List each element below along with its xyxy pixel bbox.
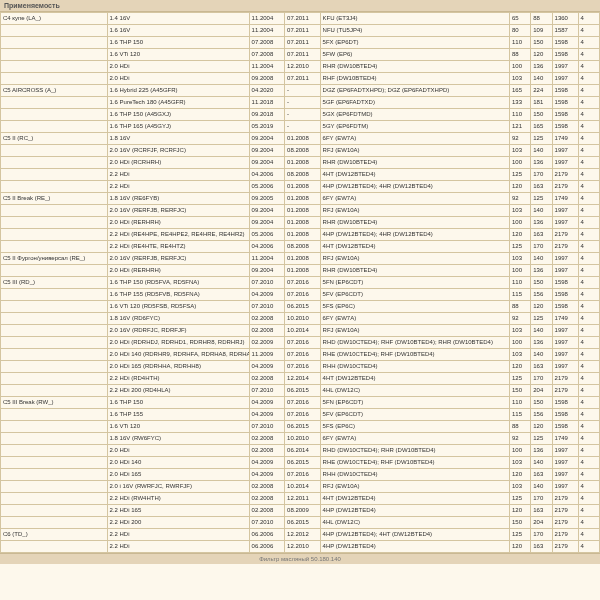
table-row[interactable]: 2.2 HDi (RW4HTH)02.200812.20114HT (DW12B… (1, 493, 600, 505)
table-row[interactable]: 1.6 THP 15007.200807.20115FX (EP6DT)1101… (1, 37, 600, 49)
table-row[interactable]: C5 II Break (RE_)1.8 16V (RE6FYB)09.2005… (1, 193, 600, 205)
cell-n1: 103 (509, 253, 530, 265)
cell-code: RHD (DW10CTED4); RHR (DW10BTED4) (320, 445, 509, 457)
table-row[interactable]: 2.0 HDi 14004.200906.2015RHE (DW10CTED4)… (1, 457, 600, 469)
cell-n1: 125 (509, 241, 530, 253)
table-row[interactable]: 2.2 HDi06.200612.20104HP (DW12BTED4)1201… (1, 541, 600, 553)
cell-n3: 1997 (552, 205, 578, 217)
table-row[interactable]: 2.0 HDi 140 (RDRHR9, RDRHFA, RDRHA8, RDR… (1, 349, 600, 361)
table-row[interactable]: 2.0 16V (RDRFJC, RDRFJF)02.200810.2014RF… (1, 325, 600, 337)
cell-date2: 07.2011 (285, 13, 321, 25)
cell-code: RHR (DW10BTED4) (320, 217, 509, 229)
cell-n3: 1598 (552, 85, 578, 97)
cell-n4: 4 (578, 481, 599, 493)
table-row[interactable]: 2.0 16V (RCRFJF, RCRFJC)09.200408.2008RF… (1, 145, 600, 157)
table-row[interactable]: C5 III (RD_)1.6 THP 150 (RD5FVA, RD5FNA)… (1, 277, 600, 289)
cell-n3: 1997 (552, 157, 578, 169)
table-row[interactable]: 1.8 16V (RW6FYC)02.200810.20106FY (EW7A)… (1, 433, 600, 445)
table-row[interactable]: 1.6 VTi 12007.201006.20155FS (EP6C)88120… (1, 421, 600, 433)
cell-engine: 2.0 HDi (107, 73, 249, 85)
table-row[interactable]: 2.0 HDi (RERHRH)09.200401.2008RHR (DW10B… (1, 265, 600, 277)
table-row[interactable]: 2.2 HDi 16502.200808.20094HP (DW12BTED4)… (1, 505, 600, 517)
table-row[interactable]: C5 II (RC_)1.8 16V09.200401.20086FY (EW7… (1, 133, 600, 145)
cell-date2: 01.2008 (285, 205, 321, 217)
cell-n4: 4 (578, 337, 599, 349)
cell-n1: 150 (509, 385, 530, 397)
table-row[interactable]: 2.0 HDi (RERHRH)09.200401.2008RHR (DW10B… (1, 217, 600, 229)
table-row[interactable]: 2.2 HDi05.200601.20084HP (DW12BTED4); 4H… (1, 181, 600, 193)
table-row[interactable]: 2.2 HDi (RE4HPE, RE4HPE2, RE4HRE, RE4HR2… (1, 229, 600, 241)
cell-engine: 1.6 VTi 120 (RD5FSB, RD5FSA) (107, 301, 249, 313)
table-row[interactable]: C4 купе (LA_)1.4 16V11.200407.2011KFU (E… (1, 13, 600, 25)
cell-n3: 1598 (552, 121, 578, 133)
cell-model (1, 61, 108, 73)
table-row[interactable]: 2.2 HDi 20007.201006.20154HL (DW12C)1502… (1, 517, 600, 529)
cell-model: C5 III Break (RW_) (1, 397, 108, 409)
cell-date2: 01.2008 (285, 217, 321, 229)
cell-code: 4HL (DW12C) (320, 385, 509, 397)
table-row[interactable]: 2.2 HDi 200 (RD4HLA)07.201006.20154HL (D… (1, 385, 600, 397)
table-row[interactable]: C5 II Фургон/универсал (RE_)2.0 16V (RER… (1, 253, 600, 265)
cell-date2: - (285, 121, 321, 133)
table-row[interactable]: 1.6 16V11.200407.2011NFU (TU5JP4)8010915… (1, 25, 600, 37)
table-row[interactable]: 1.6 VTi 120 (RD5FSB, RD5FSA)07.201006.20… (1, 301, 600, 313)
cell-n2: 140 (531, 457, 552, 469)
table-row[interactable]: C6 (TD_)2.2 HDi06.200612.20124HP (DW12BT… (1, 529, 600, 541)
cell-n2: 170 (531, 169, 552, 181)
cell-date2: 07.2011 (285, 73, 321, 85)
cell-n1: 65 (509, 13, 530, 25)
cell-engine: 2.2 HDi (107, 181, 249, 193)
cell-n4: 4 (578, 301, 599, 313)
table-row[interactable]: 2.0 HDi11.200412.2010RHR (DW10BTED4)1001… (1, 61, 600, 73)
cell-model (1, 181, 108, 193)
table-row[interactable]: 1.6 VTi 12007.200807.20115FW (EP6)881201… (1, 49, 600, 61)
cell-code: 5FS (EP6C) (320, 301, 509, 313)
cell-model (1, 265, 108, 277)
table-row[interactable]: C5 III Break (RW_)1.6 THP 15004.200907.2… (1, 397, 600, 409)
cell-date2: 10.2010 (285, 313, 321, 325)
table-row[interactable]: 2.0 16V (RERFJB, RERFJC)09.200401.2008RF… (1, 205, 600, 217)
cell-n4: 4 (578, 445, 599, 457)
table-row[interactable]: 2.0 HDi09.200807.2011RHF (DW10BTED4)1031… (1, 73, 600, 85)
cell-engine: 1.6 THP 150 (RD5FVA, RD5FNA) (107, 277, 249, 289)
table-row[interactable]: 2.0 HDi (RDRHDJ, RDRHD1, RDRHR8, RDRHRJ)… (1, 337, 600, 349)
cell-model (1, 301, 108, 313)
table-row[interactable]: 2.2 HDi (RD4HTH)02.200812.20144HT (DW12B… (1, 373, 600, 385)
table-row[interactable]: 2.0 HDi (RCRHRH)09.200401.2008RHR (DW10B… (1, 157, 600, 169)
cell-date2: 10.2014 (285, 481, 321, 493)
cell-n2: 163 (531, 469, 552, 481)
cell-engine: 2.0 i 16V (RWRFJC, RWRFJF) (107, 481, 249, 493)
table-row[interactable]: 1.6 THP 155 (RD5FVB, RD5FNA)04.200907.20… (1, 289, 600, 301)
cell-n4: 4 (578, 313, 599, 325)
cell-n4: 4 (578, 433, 599, 445)
table-row[interactable]: 2.2 HDi04.200608.20084HT (DW12BTED4)1251… (1, 169, 600, 181)
table-row[interactable]: 1.6 THP 150 (A45GXJ)09.2018-5GX (EP6FDTM… (1, 109, 600, 121)
cell-engine: 2.2 HDi (RW4HTH) (107, 493, 249, 505)
cell-code: 4HP (DW12BTED4); 4HT (DW12BTED4) (320, 529, 509, 541)
table-row[interactable]: 2.0 HDi 16504.200907.2016RHH (DW10CTED4)… (1, 469, 600, 481)
table-row[interactable]: 2.0 HDi02.200806.2014RHD (DW10CTED4); RH… (1, 445, 600, 457)
cell-date2: 07.2016 (285, 289, 321, 301)
table-row[interactable]: 1.6 PureTech 180 (A45GFR)11.2018-5GF (EP… (1, 97, 600, 109)
table-row[interactable]: 1.8 16V (RD6FYC)02.200810.20106FY (EW7A)… (1, 313, 600, 325)
cell-n2: 165 (531, 121, 552, 133)
table-row[interactable]: C5 AIRCROSS (A_)1.6 Hybrid 225 (A45GFR)0… (1, 85, 600, 97)
table-row[interactable]: 2.0 i 16V (RWRFJC, RWRFJF)02.200810.2014… (1, 481, 600, 493)
cell-model (1, 373, 108, 385)
cell-date2: 07.2016 (285, 361, 321, 373)
cell-n4: 4 (578, 37, 599, 49)
table-row[interactable]: 2.2 HDi (RE4HTE, RE4HTZ)04.200608.20084H… (1, 241, 600, 253)
cell-n3: 1997 (552, 325, 578, 337)
cell-n1: 92 (509, 133, 530, 145)
table-row[interactable]: 1.6 THP 15504.200907.20165FV (EP6CDT)115… (1, 409, 600, 421)
cell-date1: 07.2010 (249, 301, 285, 313)
cell-model (1, 121, 108, 133)
cell-code: NFU (TU5JP4) (320, 25, 509, 37)
cell-n2: 170 (531, 493, 552, 505)
cell-date2: 12.2010 (285, 61, 321, 73)
cell-code: RHR (DW10BTED4) (320, 265, 509, 277)
table-row[interactable]: 2.0 HDi 165 (RDRHHA, RDRHH8)04.200907.20… (1, 361, 600, 373)
cell-engine: 2.2 HDi (RE4HPE, RE4HPE2, RE4HRE, RE4HR2… (107, 229, 249, 241)
cell-n1: 120 (509, 541, 530, 553)
table-row[interactable]: 1.6 THP 165 (A45GYJ)05.2019-5GY (EP6FDTM… (1, 121, 600, 133)
